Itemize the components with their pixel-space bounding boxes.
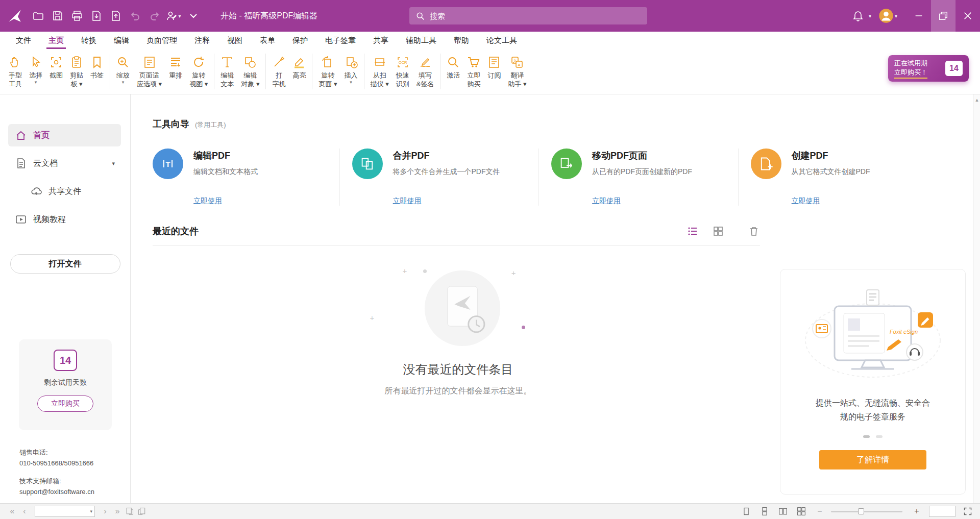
facing-view-button[interactable] <box>777 505 789 517</box>
ribbon-translate-assistant-button[interactable]: 文A翻译助手 ▾ <box>504 53 530 89</box>
menu-item-form[interactable]: 表单 <box>251 32 284 50</box>
zoom-slider[interactable] <box>831 511 902 512</box>
prev-view-button[interactable] <box>124 505 136 517</box>
support-email-value[interactable]: support@foxitsoftware.cn <box>19 486 94 497</box>
page-number-input[interactable] <box>37 508 90 515</box>
zoom-out-button[interactable]: − <box>814 505 826 517</box>
avatar[interactable] <box>878 8 894 23</box>
menu-item-home[interactable]: 主页 <box>40 32 72 50</box>
ribbon-highlight-button[interactable]: 高亮 <box>289 53 309 81</box>
search-bar[interactable] <box>409 7 647 24</box>
menu-item-paper-tools[interactable]: 论文工具 <box>478 32 526 50</box>
continuous-view-button[interactable] <box>758 505 771 517</box>
ribbon-subscribe-button[interactable]: 订阅 <box>484 53 504 81</box>
chevron-down-icon[interactable]: ▾ <box>112 160 115 167</box>
tool-card-create-pdf-use-now-link[interactable]: 立即使用 <box>792 196 820 206</box>
ribbon-edit-text-button[interactable]: 编辑文本 <box>217 53 237 89</box>
open-file-button[interactable] <box>29 6 48 26</box>
notifications-caret-icon[interactable]: ▾ <box>869 13 871 19</box>
ribbon-buy-now-button[interactable]: 立即购买 <box>463 53 484 89</box>
undo-button[interactable] <box>126 6 145 26</box>
tool-card-edit-pdf-use-now-link[interactable]: 立即使用 <box>193 196 222 206</box>
page-number-caret-icon[interactable]: ▾ <box>90 509 92 514</box>
tool-card-merge-pdf-use-now-link[interactable]: 立即使用 <box>393 196 422 206</box>
sidebar-item-home[interactable]: 首页 <box>8 124 121 146</box>
redo-button[interactable] <box>145 6 164 26</box>
ribbon-bookmark-button[interactable]: 书签 <box>87 53 107 81</box>
account-caret-icon[interactable]: ▾ <box>895 13 897 19</box>
menu-item-help[interactable]: 帮助 <box>445 32 478 50</box>
ribbon-fill-sign-button[interactable]: 填写&签名 <box>413 53 438 89</box>
sidebar-item-cloud-docs[interactable]: 云文档▾ <box>8 152 121 175</box>
menu-item-accessibility[interactable]: 辅助工具 <box>397 32 445 50</box>
scrollbar[interactable]: ▲ <box>973 94 980 503</box>
window-controls <box>906 0 980 32</box>
open-file-button[interactable]: 打开文件 <box>10 254 120 274</box>
carousel-dot-2[interactable] <box>876 435 883 438</box>
ribbon-reflow-button[interactable]: 重排 <box>165 53 186 81</box>
close-button[interactable] <box>955 0 980 32</box>
menu-item-comment[interactable]: 注释 <box>186 32 218 50</box>
ribbon-typewriter-button[interactable]: 打字机 <box>268 53 289 89</box>
sidebar-item-shared-files[interactable]: 共享文件 <box>8 180 121 203</box>
ribbon-from-scanner-button[interactable]: 从扫描仪 ▾ <box>367 53 393 89</box>
delete-recent-button[interactable] <box>748 225 760 237</box>
prev-page-button[interactable]: ‹ <box>18 505 31 517</box>
sidebar-buy-now-button[interactable]: 立即购买 <box>37 396 93 412</box>
zoom-in-button[interactable]: + <box>911 505 923 517</box>
continuous-facing-view-button[interactable] <box>795 505 807 517</box>
export-pdf-button[interactable] <box>87 6 106 26</box>
ribbon-rotate-pages-button[interactable]: 旋转页面 ▾ <box>315 53 340 89</box>
collapse-ribbon-button[interactable] <box>184 6 203 26</box>
menu-item-edit[interactable]: 编辑 <box>105 32 138 50</box>
list-view-button[interactable] <box>687 225 699 237</box>
carousel-dot-1[interactable] <box>863 435 870 438</box>
ribbon-edit-object-button[interactable]: 编辑对象 ▾ <box>237 53 263 89</box>
ribbon-select-tool-button[interactable]: 选择▾ <box>26 53 46 86</box>
sidebar-item-video-tutorials[interactable]: 视频教程 <box>8 208 121 231</box>
print-button[interactable] <box>67 6 87 26</box>
ribbon-rotate-view-button[interactable]: 旋转视图 ▾ <box>186 53 211 89</box>
tool-card-move-pdf-pages-use-now-link[interactable]: 立即使用 <box>592 196 621 206</box>
tool-card-create-pdf[interactable]: 创建PDF从其它格式文件创建PDF立即使用 <box>739 149 938 206</box>
minimize-button[interactable] <box>906 0 931 32</box>
save-button[interactable] <box>48 6 67 26</box>
learn-more-button[interactable]: 了解详情 <box>819 450 926 469</box>
fullscreen-button[interactable] <box>962 505 974 517</box>
ribbon-quick-ocr-button[interactable]: OCR快速识别 <box>393 53 413 89</box>
ribbon-snapshot-button[interactable]: 截图 <box>46 53 66 81</box>
zoom-value-input[interactable] <box>929 506 955 517</box>
menu-item-esign[interactable]: 电子签章 <box>316 32 364 50</box>
tool-card-edit-pdf[interactable]: T编辑PDF编辑文档和文本格式立即使用 <box>153 149 340 206</box>
notifications-button[interactable] <box>848 6 868 26</box>
search-input[interactable] <box>430 12 641 20</box>
ribbon-insert-pages-button[interactable]: 插入▾ <box>341 53 361 86</box>
menu-item-view[interactable]: 视图 <box>218 32 251 50</box>
menu-item-share[interactable]: 共享 <box>364 32 397 50</box>
ribbon-activate-button[interactable]: 激活 <box>443 53 463 81</box>
menu-item-protect[interactable]: 保护 <box>284 32 316 50</box>
menu-item-file[interactable]: 文件 <box>7 32 40 50</box>
esign-button[interactable]: ▾ <box>164 6 184 26</box>
menu-item-convert[interactable]: 转换 <box>72 32 105 50</box>
next-page-button[interactable]: › <box>99 505 111 517</box>
menu-item-organize[interactable]: 页面管理 <box>138 32 186 50</box>
first-page-button[interactable]: « <box>6 505 18 517</box>
ribbon-clipboard-button[interactable]: 剪贴板 ▾ <box>66 53 87 89</box>
ribbon-hand-tool-button[interactable]: 手型工具 <box>5 53 26 89</box>
trial-days-remaining: 14 <box>54 350 77 371</box>
single-page-view-button[interactable] <box>740 505 752 517</box>
tool-card-move-pdf-pages[interactable]: 移动PDF页面从已有的PDF页面创建新的PDF立即使用 <box>539 149 739 206</box>
scroll-up-icon[interactable]: ▲ <box>975 97 979 103</box>
ribbon-zoom-button[interactable]: 缩放▾ <box>113 53 133 86</box>
share-file-button[interactable] <box>106 6 126 26</box>
trial-badge[interactable]: 正在试用期 立即购买！ 14 <box>888 55 969 82</box>
ribbon-fit-page-options-button[interactable]: 页面适应选项 ▾ <box>133 53 165 89</box>
grid-view-button[interactable] <box>712 225 724 237</box>
last-page-button[interactable]: » <box>111 505 124 517</box>
zoom-slider-thumb[interactable] <box>858 508 864 514</box>
next-view-button[interactable] <box>136 505 148 517</box>
restore-button[interactable] <box>931 0 955 32</box>
ribbon-from-scanner-label: 从扫描仪 ▾ <box>371 71 389 88</box>
tool-card-merge-pdf[interactable]: 合并PDF将多个文件合并生成一个PDF文件立即使用 <box>340 149 540 206</box>
